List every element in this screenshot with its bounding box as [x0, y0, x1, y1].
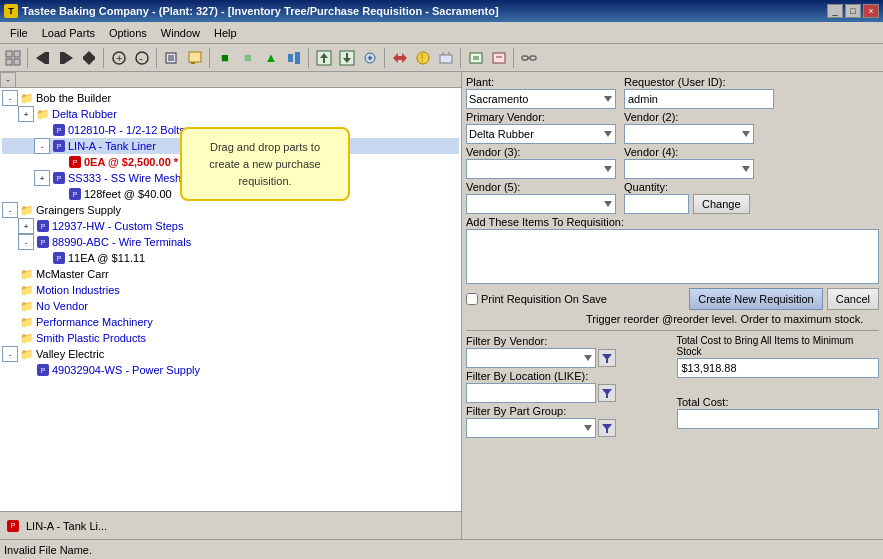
change-button[interactable]: Change: [693, 194, 750, 214]
print-label: Print Requisition On Save: [481, 293, 607, 305]
requestor-input[interactable]: [624, 89, 774, 109]
toolbar-btn-2[interactable]: [32, 47, 54, 69]
toolbar-btn-5[interactable]: +: [108, 47, 130, 69]
expander-bob[interactable]: -: [2, 90, 18, 106]
plant-select[interactable]: Sacramento: [466, 89, 616, 109]
tree-node-smith[interactable]: 📁 Smith Plastic Products: [2, 330, 459, 346]
primary-vendor-select[interactable]: Delta Rubber: [466, 124, 616, 144]
toolbar-btn-4[interactable]: [78, 47, 100, 69]
toolbar-btn-14[interactable]: [336, 47, 358, 69]
expander-88990[interactable]: -: [18, 234, 34, 250]
svg-rect-21: [288, 54, 293, 62]
minimize-button[interactable]: _: [827, 4, 843, 18]
collapse-all-icon[interactable]: -: [0, 72, 16, 88]
print-checkbox-label[interactable]: Print Requisition On Save: [466, 293, 607, 305]
tree-node-novendor[interactable]: 📁 No Vendor: [2, 298, 459, 314]
folder-icon-novendor: 📁: [20, 299, 34, 313]
vendor5-select[interactable]: [466, 194, 616, 214]
toolbar-btn-15[interactable]: [359, 47, 381, 69]
vendor3-select[interactable]: [466, 159, 616, 179]
vendor2-select[interactable]: [624, 124, 754, 144]
add-items-textarea[interactable]: [466, 229, 879, 284]
toolbar-btn-1[interactable]: [2, 47, 24, 69]
filter-vendor-icon[interactable]: [598, 349, 616, 367]
svg-text:-: -: [139, 52, 143, 64]
toolbar-btn-13[interactable]: [313, 47, 335, 69]
toolbar-btn-10[interactable]: ■: [237, 47, 259, 69]
tree-node-graingers[interactable]: - 📁 Graingers Supply: [2, 202, 459, 218]
plant-group: Plant: Sacramento: [466, 76, 616, 109]
toolbar-btn-3[interactable]: [55, 47, 77, 69]
menu-load-parts[interactable]: Load Parts: [36, 25, 101, 41]
toolbar-btn-20[interactable]: [488, 47, 510, 69]
filter-partgroup-label: Filter By Part Group:: [466, 405, 669, 417]
filter-vendor-select[interactable]: [466, 348, 596, 368]
expander-ss333[interactable]: +: [34, 170, 50, 186]
toolbar-btn-16[interactable]: [389, 47, 411, 69]
tree-node-49032904[interactable]: P 49032904-WS - Power Supply: [2, 362, 459, 378]
expander-valley[interactable]: -: [2, 346, 18, 362]
tree-label-graingers: Graingers Supply: [36, 204, 121, 216]
toolbar-btn-6[interactable]: -: [131, 47, 153, 69]
toolbar-btn-12[interactable]: [283, 47, 305, 69]
tree-label-88990: 88990-ABC - Wire Terminals: [52, 236, 191, 248]
expander-12937[interactable]: +: [18, 218, 34, 234]
tree-node-performance[interactable]: 📁 Performance Machinery: [2, 314, 459, 330]
tree-node-mcmaster[interactable]: 📁 McMaster Carr: [2, 266, 459, 282]
menu-window[interactable]: Window: [155, 25, 206, 41]
svg-rect-8: [83, 56, 95, 60]
toolbar-btn-18[interactable]: [435, 47, 457, 69]
toolbar-btn-7[interactable]: [161, 47, 183, 69]
expander-delta[interactable]: +: [18, 106, 34, 122]
menu-bar: File Load Parts Options Window Help: [0, 22, 883, 44]
close-button[interactable]: ×: [863, 4, 879, 18]
toolbar-btn-11[interactable]: ▲: [260, 47, 282, 69]
maximize-button[interactable]: □: [845, 4, 861, 18]
tree-node-88990-price[interactable]: P 11EA @ $11.11: [2, 250, 459, 266]
plant-label: Plant:: [466, 76, 616, 88]
toolbar-btn-8[interactable]: [184, 47, 206, 69]
drag-drop-tooltip: Drag and drop parts to create a new purc…: [180, 127, 350, 201]
tree-node-12937[interactable]: + P 12937-HW - Custom Steps: [2, 218, 459, 234]
total-cost-min-label: Total Cost to Bring All Items to Minimum…: [677, 335, 880, 357]
tree-label-49032904: 49032904-WS - Power Supply: [52, 364, 200, 376]
tree-node-88990[interactable]: - P 88990-ABC - Wire Terminals: [2, 234, 459, 250]
print-checkbox[interactable]: [466, 293, 478, 305]
cancel-button[interactable]: Cancel: [827, 288, 879, 310]
window-controls[interactable]: _ □ ×: [827, 4, 879, 18]
part-icon-88990: P: [36, 235, 50, 249]
tree-label-lina: LIN-A - Tank Liner: [68, 140, 156, 152]
create-new-button[interactable]: Create New Requisition: [689, 288, 823, 310]
filter-location-input[interactable]: [466, 383, 596, 403]
part-icon-012810: P: [52, 123, 66, 137]
toolbar-btn-17[interactable]: !: [412, 47, 434, 69]
requestor-group: Requestor (User ID):: [624, 76, 774, 109]
filter-left: Filter By Vendor: Filter By Location (LI…: [466, 335, 669, 438]
menu-options[interactable]: Options: [103, 25, 153, 41]
toolbar-btn-chain[interactable]: [518, 47, 540, 69]
selected-item-bar: P LIN-A - Tank Li...: [0, 511, 461, 539]
filter-location-icon[interactable]: [598, 384, 616, 402]
svg-text:+: +: [116, 52, 122, 64]
expander-graingers[interactable]: -: [2, 202, 18, 218]
filter-partgroup-group: Filter By Part Group:: [466, 405, 669, 438]
toolbar-btn-9[interactable]: ■: [214, 47, 236, 69]
toolbar-btn-19[interactable]: [465, 47, 487, 69]
svg-marker-46: [602, 424, 612, 433]
folder-icon-graingers: 📁: [20, 203, 34, 217]
vendor4-select[interactable]: [624, 159, 754, 179]
filter-partgroup-select[interactable]: [466, 418, 596, 438]
quantity-input[interactable]: [624, 194, 689, 214]
tree-node-bob[interactable]: - 📁 Bob the Builder: [2, 90, 459, 106]
tree-node-motion[interactable]: 📁 Motion Industries: [2, 282, 459, 298]
vendor-row-1: Primary Vendor: Delta Rubber Vendor (2):: [466, 111, 879, 144]
tree-node-valley[interactable]: - 📁 Valley Electric: [2, 346, 459, 362]
expander-lina[interactable]: -: [34, 138, 50, 154]
tree-node-delta[interactable]: + 📁 Delta Rubber: [2, 106, 459, 122]
svg-text:!: !: [421, 52, 424, 64]
menu-file[interactable]: File: [4, 25, 34, 41]
svg-marker-6: [64, 52, 73, 64]
menu-help[interactable]: Help: [208, 25, 243, 41]
filter-partgroup-icon[interactable]: [598, 419, 616, 437]
tree-label-valley: Valley Electric: [36, 348, 104, 360]
